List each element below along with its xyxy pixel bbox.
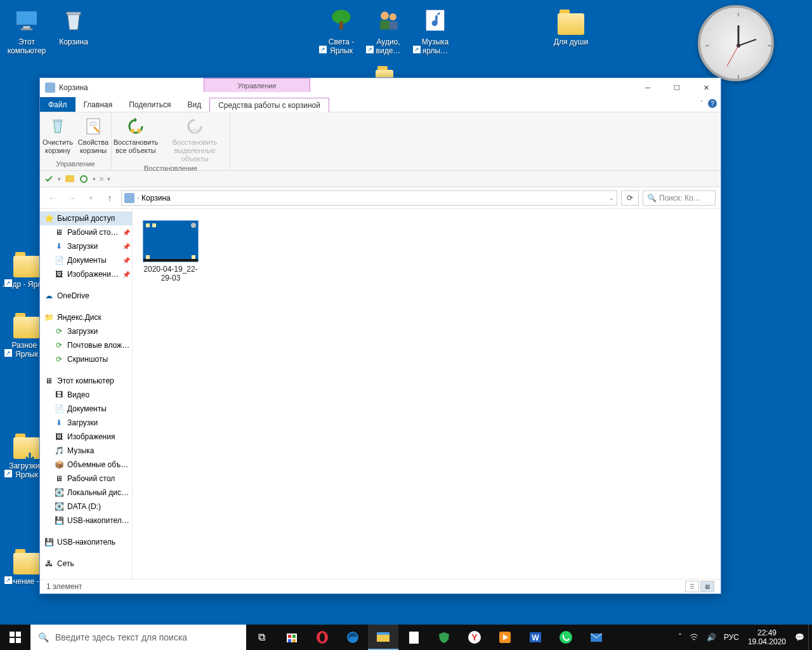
start-button[interactable] [0,625,30,650]
taskbar-app-edge[interactable] [337,625,368,650]
folder-icon: ↗ [11,308,42,339]
desktop-icon-sveta[interactable]: ↗ Света - Ярлык [317,5,365,55]
taskbar-search-input[interactable]: 🔍 Введите здесь текст для поиска [30,625,246,650]
tree-usb-drive[interactable]: 💾USB-накопитель [40,535,132,549]
desktop-icon-recycle-bin[interactable]: Корзина [49,5,98,46]
address-bar[interactable]: › Корзина ⌄ [121,190,617,206]
file-list[interactable]: 2020-04-19_22-29-03 [133,209,721,579]
taskbar-app-whatsapp[interactable] [551,625,581,650]
pin-icon: 📌 [122,229,130,236]
tray-notifications-button[interactable]: 💬 [791,625,808,650]
tray-wifi-icon[interactable] [685,625,703,650]
tree-item[interactable]: ⟳Загрузки [40,324,132,338]
qat-properties-icon[interactable] [79,174,89,184]
taskbar-app-yandex[interactable]: Y [459,625,490,650]
refresh-button[interactable]: ⟳ [621,190,639,206]
tree-item[interactable]: 📄Документы [40,402,132,416]
tree-quick-access[interactable]: ⭐Быстрый доступ [40,211,132,225]
tree-network[interactable]: 🖧Сеть [40,557,132,571]
svg-rect-35 [292,639,296,642]
maximize-button[interactable]: ☐ [662,78,691,97]
taskbar-app-mediaplayer[interactable] [490,625,520,650]
tree-item[interactable]: 🎵Музыка [40,444,132,458]
nav-up-button[interactable]: ↑ [102,190,117,206]
show-desktop-button[interactable] [808,625,812,650]
taskbar-app-opera[interactable] [307,625,337,650]
empty-recycle-bin-button[interactable]: Очистить корзину [40,112,75,159]
view-details-button[interactable]: ☰ [685,581,699,592]
tree-onedrive[interactable]: ☁OneDrive [40,289,132,303]
tab-home[interactable]: Главная [75,97,121,112]
svg-line-13 [738,39,756,46]
nav-back-button[interactable]: ← [45,190,60,206]
restore-all-button[interactable]: Восстановить все объекты [112,112,160,163]
tray-language[interactable]: РУС [720,625,743,650]
task-view-button[interactable]: ⧉ [246,625,277,650]
contextual-tab-manage[interactable]: Управление [204,78,310,92]
tree-item[interactable]: ⟳Скриншоты [40,352,132,366]
ribbon-tabs: Файл Главная Поделиться Вид Средства раб… [40,97,721,112]
ribbon-group-label: Управление [40,159,111,170]
qat-folder-icon[interactable] [65,174,75,184]
tab-view[interactable]: Вид [179,97,209,112]
desktop-icon-dlya-dushi[interactable]: Для души [547,5,595,46]
titlebar[interactable]: Корзина Управление ─ ☐ ✕ [40,78,721,97]
tree-item[interactable]: 📦Объемные объ… [40,458,132,472]
tree-item[interactable]: 💽DATA (D:) [40,500,132,514]
nav-forward-button[interactable]: → [64,190,79,206]
search-input[interactable]: 🔍 Поиск: Ко… [643,190,716,206]
taskbar-app-word[interactable]: W [520,625,551,650]
folder-icon [556,5,586,36]
taskbar-app-notepad[interactable] [398,625,429,650]
tab-share[interactable]: Поделиться [121,97,179,112]
qat-check-icon[interactable] [44,174,54,184]
tree-item[interactable]: ⟳Почтовые влож… [40,338,132,352]
help-button[interactable]: ? [708,99,717,108]
tree-item[interactable]: 🖥Рабочий сто…📌 [40,225,132,239]
desktop-icon-audio-video[interactable]: ↗ Аудио, виде… [364,5,412,55]
desktop-icon: 🖥 [54,227,64,237]
nav-recent-button[interactable]: ▾ [83,190,98,206]
svg-point-6 [381,11,389,20]
tree-item[interactable]: ⬇Загрузки📌 [40,239,132,253]
breadcrumb-item[interactable]: Корзина [141,194,171,202]
tray-clock[interactable]: 22:49 19.04.2020 [743,628,791,646]
taskbar-app-antivirus[interactable] [429,625,459,650]
explorer-window: Корзина Управление ─ ☐ ✕ Файл Главная По… [39,77,721,594]
taskbar-app-explorer[interactable] [368,625,398,650]
tree-item[interactable]: 🖥Рабочий стол [40,472,132,486]
address-dropdown-button[interactable]: ⌄ [609,195,614,201]
shortcut-arrow-icon: ↗ [4,348,13,357]
navigation-tree[interactable]: ⭐Быстрый доступ 🖥Рабочий сто…📌 ⬇Загрузки… [40,209,133,579]
tree-item[interactable]: 🖼Изображения [40,430,132,444]
svg-rect-5 [339,22,343,30]
minimize-button[interactable]: ─ [633,78,662,97]
tree-this-pc[interactable]: 🖥Этот компьютер [40,374,132,388]
tray-volume-icon[interactable]: 🔊 [703,625,720,650]
collapse-ribbon-button[interactable]: ˆ [700,100,703,107]
tray-overflow-button[interactable]: ˆ [675,625,685,650]
taskbar-app-mail[interactable] [581,625,612,650]
desktop-icon-this-pc[interactable]: Этот компьютер [3,5,51,55]
close-button[interactable]: ✕ [691,78,721,97]
tree-item[interactable]: ⬇Загрузки [40,416,132,430]
tree-item[interactable]: 🖼Изображени…📌 [40,267,132,281]
recycle-bin-properties-button[interactable]: Свойства корзины [75,112,111,159]
desktop-icon-label: Для души [547,37,595,46]
tab-recycle-tools[interactable]: Средства работы с корзиной [209,98,329,112]
folder-icon: ↗ [11,248,42,278]
tree-item[interactable]: 📄Документы📌 [40,253,132,267]
star-icon: ⭐ [44,213,54,223]
tab-file[interactable]: Файл [40,97,75,112]
view-icons-button[interactable]: ▦ [700,581,714,592]
tree-yandex-disk[interactable]: 📁Яндекс.Диск [40,310,132,324]
svg-line-14 [727,46,738,66]
tree-item[interactable]: 🎞Видео [40,388,132,402]
analog-clock-widget[interactable] [698,5,774,81]
desktop-icon-music[interactable]: ↗ Музыка ярлы… [411,5,459,55]
taskbar-app-store[interactable] [277,625,307,650]
svg-rect-23 [131,129,134,133]
tree-item[interactable]: 💾USB-накопител… [40,514,132,527]
tree-item[interactable]: 💽Локальный дис… [40,486,132,500]
file-item[interactable]: 2020-04-19_22-29-03 [140,220,201,282]
